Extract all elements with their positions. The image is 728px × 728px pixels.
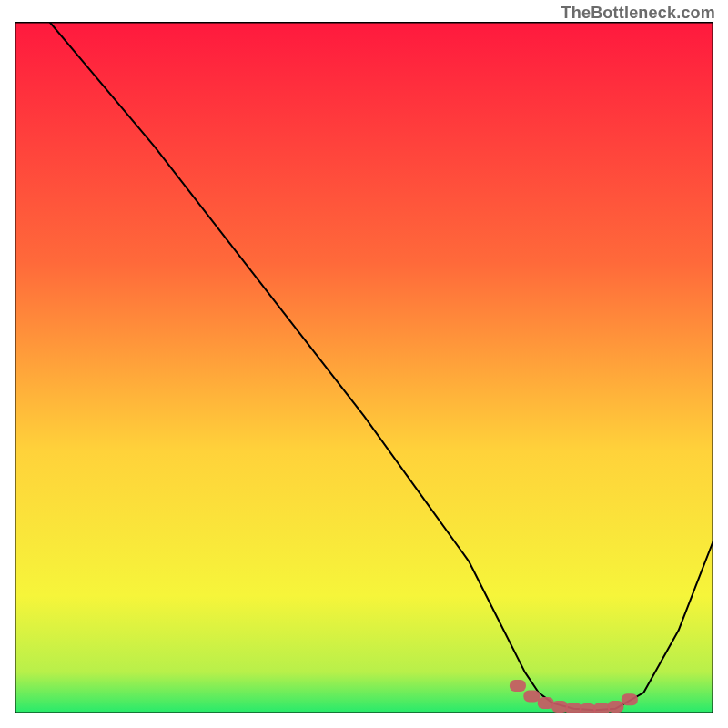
chart-svg bbox=[15, 22, 713, 713]
valley-marker-dot bbox=[551, 701, 568, 713]
valley-marker-dot bbox=[538, 697, 554, 709]
valley-marker-dot bbox=[565, 703, 581, 713]
valley-marker-dot bbox=[593, 703, 610, 713]
watermark-text: TheBottleneck.com bbox=[561, 4, 715, 23]
valley-marker-dot bbox=[523, 691, 540, 703]
valley-marker-dot bbox=[622, 693, 638, 705]
chart-container: TheBottleneck.com bbox=[0, 0, 728, 728]
plot-area bbox=[15, 22, 713, 713]
valley-marker-dot bbox=[607, 701, 623, 713]
valley-marker-dot bbox=[580, 703, 596, 713]
valley-marker-dot bbox=[510, 680, 526, 692]
gradient-background bbox=[15, 22, 713, 713]
